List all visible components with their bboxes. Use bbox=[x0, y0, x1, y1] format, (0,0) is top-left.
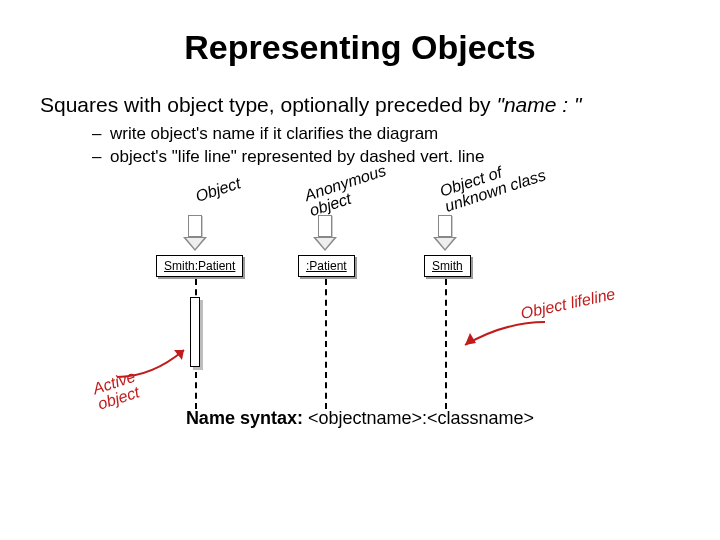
svg-marker-0 bbox=[174, 350, 184, 360]
arrow-down-icon bbox=[438, 215, 452, 237]
lifeline bbox=[325, 279, 327, 409]
arrow-head-icon bbox=[313, 237, 337, 251]
name-syntax-label: Name syntax: bbox=[186, 408, 303, 428]
arrow-down-icon bbox=[188, 215, 202, 237]
intro-quoted: "name : " bbox=[496, 93, 581, 116]
object-box-named: Smith:Patient bbox=[156, 255, 243, 277]
arrow-object-lifeline bbox=[460, 317, 550, 361]
intro-prefix: Squares with object type, optionally pre… bbox=[40, 93, 496, 116]
slide-title: Representing Objects bbox=[40, 28, 680, 67]
name-syntax-line: Name syntax: <objectname>:<classname> bbox=[100, 408, 620, 429]
label-object-lifeline: Object lifeline bbox=[519, 285, 617, 323]
intro-line: Squares with object type, optionally pre… bbox=[40, 93, 680, 117]
name-syntax-value: <objectname>:<classname> bbox=[308, 408, 534, 428]
lifeline bbox=[445, 279, 447, 409]
arrow-head-icon bbox=[433, 237, 457, 251]
label-object: Object bbox=[193, 174, 243, 205]
bullet-item: write object's name if it clarifies the … bbox=[92, 123, 680, 146]
arrow-head-icon bbox=[183, 237, 207, 251]
object-box-unknown: Smith bbox=[424, 255, 471, 277]
diagram-area: Object Anonymous object Object of unknow… bbox=[100, 187, 620, 427]
object-box-anonymous: :Patient bbox=[298, 255, 355, 277]
arrow-down-icon bbox=[318, 215, 332, 237]
